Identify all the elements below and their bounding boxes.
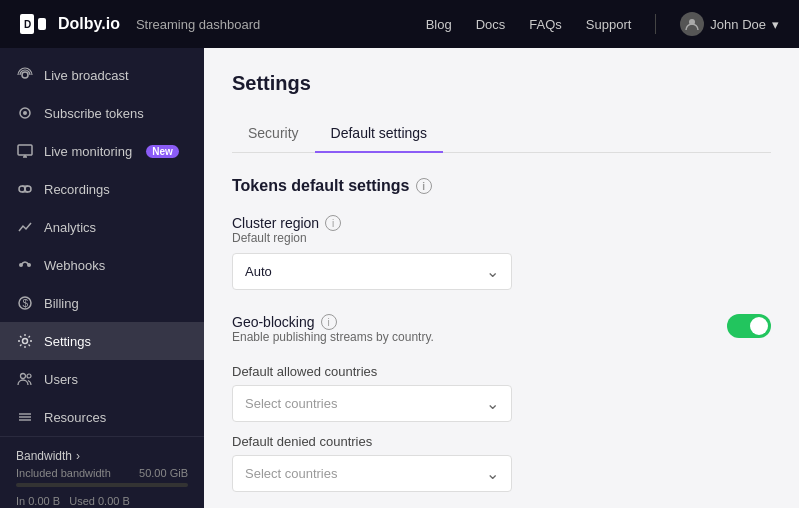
geo-blocking-toggle-slider bbox=[727, 314, 771, 338]
sidebar-bottom: Bandwidth › Included bandwidth 50.00 GiB… bbox=[0, 436, 204, 508]
tab-security[interactable]: Security bbox=[232, 115, 315, 153]
user-avatar-icon bbox=[680, 12, 704, 36]
user-menu[interactable]: John Doe ▾ bbox=[680, 12, 779, 36]
logo-text: Dolby.io bbox=[58, 15, 120, 33]
new-badge: New bbox=[146, 145, 179, 158]
svg-point-19 bbox=[21, 374, 26, 379]
sidebar-label-live-broadcast: Live broadcast bbox=[44, 68, 129, 83]
included-bandwidth-label: Included bandwidth bbox=[16, 467, 111, 479]
svg-rect-1 bbox=[38, 18, 46, 30]
svg-rect-7 bbox=[18, 145, 32, 155]
sidebar-label-live-monitoring: Live monitoring bbox=[44, 144, 132, 159]
monitoring-icon bbox=[16, 142, 34, 160]
geo-blocking-row: Geo-blocking i Enable publishing streams… bbox=[232, 314, 771, 352]
section-title: Tokens default settings i bbox=[232, 177, 771, 195]
denied-chevron-icon: ⌄ bbox=[486, 464, 499, 483]
svg-point-18 bbox=[23, 339, 28, 344]
geo-blocking-info-icon[interactable]: i bbox=[321, 314, 337, 330]
nav-faqs[interactable]: FAQs bbox=[529, 17, 562, 32]
navbar-left: D Dolby.io Streaming dashboard bbox=[20, 14, 260, 34]
included-bandwidth-value: 50.00 GiB bbox=[139, 467, 188, 479]
geo-blocking-sublabel: Enable publishing streams by country. bbox=[232, 330, 727, 344]
navbar-title: Streaming dashboard bbox=[136, 17, 260, 32]
cluster-region-setting: Cluster region i Default region Auto ⌄ bbox=[232, 215, 771, 290]
tab-default-settings[interactable]: Default settings bbox=[315, 115, 444, 153]
logo: D Dolby.io bbox=[20, 14, 120, 34]
users-icon bbox=[16, 370, 34, 388]
broadcast-icon bbox=[16, 66, 34, 84]
nav-support[interactable]: Support bbox=[586, 17, 632, 32]
sidebar-label-recordings: Recordings bbox=[44, 182, 110, 197]
allowed-countries-row: Default allowed countries Select countri… bbox=[232, 364, 771, 422]
analytics-icon bbox=[16, 218, 34, 236]
denied-countries-placeholder: Select countries bbox=[245, 466, 338, 481]
sidebar-label-billing: Billing bbox=[44, 296, 79, 311]
sidebar-label-webhooks: Webhooks bbox=[44, 258, 105, 273]
svg-point-15 bbox=[27, 263, 31, 267]
cluster-region-sublabel: Default region bbox=[232, 231, 771, 245]
sidebar-item-analytics[interactable]: Analytics bbox=[0, 208, 204, 246]
allowed-countries-dropdown[interactable]: Select countries ⌄ bbox=[232, 385, 512, 422]
svg-text:D: D bbox=[24, 19, 31, 30]
tabs: Security Default settings bbox=[232, 115, 771, 153]
sidebar-item-live-monitoring[interactable]: Live monitoring New bbox=[0, 132, 204, 170]
bandwidth-progress-bar bbox=[16, 483, 188, 487]
page-title: Settings bbox=[232, 72, 771, 95]
user-chevron-icon: ▾ bbox=[772, 17, 779, 32]
svg-point-10 bbox=[19, 186, 25, 192]
bandwidth-title[interactable]: Bandwidth › bbox=[16, 449, 188, 463]
sidebar: Live broadcast Subscribe tokens Live mon… bbox=[0, 48, 204, 508]
webhooks-icon bbox=[16, 256, 34, 274]
bandwidth-title-text: Bandwidth bbox=[16, 449, 72, 463]
cluster-region-dropdown[interactable]: Auto ⌄ bbox=[232, 253, 512, 290]
cluster-region-value: Auto bbox=[245, 264, 272, 279]
nav-blog[interactable]: Blog bbox=[426, 17, 452, 32]
bandwidth-label: Included bandwidth 50.00 GiB bbox=[16, 467, 188, 479]
sidebar-item-subscribe-tokens[interactable]: Subscribe tokens bbox=[0, 94, 204, 132]
user-name: John Doe bbox=[710, 17, 766, 32]
recordings-icon bbox=[16, 180, 34, 198]
bandwidth-arrow-icon: › bbox=[76, 449, 80, 463]
sidebar-label-analytics: Analytics bbox=[44, 220, 96, 235]
sidebar-item-live-broadcast[interactable]: Live broadcast bbox=[0, 56, 204, 94]
allowed-countries-placeholder: Select countries bbox=[245, 396, 338, 411]
nav-docs[interactable]: Docs bbox=[476, 17, 506, 32]
svg-point-6 bbox=[23, 111, 27, 115]
sidebar-item-billing[interactable]: $ Billing bbox=[0, 284, 204, 322]
denied-countries-label: Default denied countries bbox=[232, 434, 771, 449]
tokens-icon bbox=[16, 104, 34, 122]
billing-icon: $ bbox=[16, 294, 34, 312]
svg-text:$: $ bbox=[23, 298, 29, 309]
sidebar-item-resources[interactable]: Resources bbox=[0, 398, 204, 436]
sidebar-item-users[interactable]: Users bbox=[0, 360, 204, 398]
cluster-region-label: Cluster region i bbox=[232, 215, 771, 231]
cluster-region-info-icon[interactable]: i bbox=[325, 215, 341, 231]
sidebar-item-recordings[interactable]: Recordings bbox=[0, 170, 204, 208]
sidebar-label-resources: Resources bbox=[44, 410, 106, 425]
dropdown-chevron-icon: ⌄ bbox=[486, 262, 499, 281]
allowed-chevron-icon: ⌄ bbox=[486, 394, 499, 413]
sidebar-item-webhooks[interactable]: Webhooks bbox=[0, 246, 204, 284]
svg-point-20 bbox=[27, 374, 31, 378]
denied-countries-dropdown[interactable]: Select countries ⌄ bbox=[232, 455, 512, 492]
section-title-info-icon[interactable]: i bbox=[416, 178, 432, 194]
sidebar-label-settings: Settings bbox=[44, 334, 91, 349]
main-content: Settings Security Default settings Token… bbox=[204, 48, 799, 508]
sidebar-label-subscribe-tokens: Subscribe tokens bbox=[44, 106, 144, 121]
bandwidth-in: In 0.00 B Used 0.00 B bbox=[16, 495, 188, 507]
geo-blocking-label: Geo-blocking i bbox=[232, 314, 727, 330]
sidebar-item-settings[interactable]: Settings bbox=[0, 322, 204, 360]
svg-point-11 bbox=[25, 186, 31, 192]
dolby-logo-icon: D bbox=[20, 14, 52, 34]
layout: Live broadcast Subscribe tokens Live mon… bbox=[0, 48, 799, 508]
geo-blocking-toggle[interactable] bbox=[727, 314, 771, 338]
sidebar-label-users: Users bbox=[44, 372, 78, 387]
allowed-countries-label: Default allowed countries bbox=[232, 364, 771, 379]
navbar-right: Blog Docs FAQs Support John Doe ▾ bbox=[426, 12, 779, 36]
svg-point-4 bbox=[22, 72, 28, 78]
geo-blocking-left: Geo-blocking i Enable publishing streams… bbox=[232, 314, 727, 352]
geo-blocking-setting: Geo-blocking i Enable publishing streams… bbox=[232, 314, 771, 492]
svg-point-14 bbox=[19, 263, 23, 267]
navbar: D Dolby.io Streaming dashboard Blog Docs… bbox=[0, 0, 799, 48]
settings-icon bbox=[16, 332, 34, 350]
